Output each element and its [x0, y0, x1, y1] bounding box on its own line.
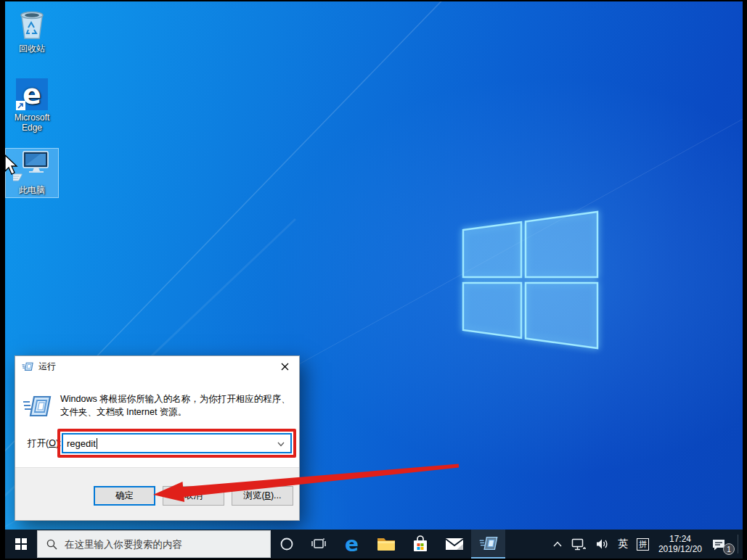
- taskbar-file-explorer-button[interactable]: [369, 530, 403, 559]
- dialog-title: 运行: [38, 361, 56, 373]
- run-icon: [22, 361, 33, 372]
- taskbar: e: [5, 530, 743, 559]
- tray-clock[interactable]: 17:24 2019/12/20: [653, 534, 707, 554]
- search-icon: [46, 539, 57, 550]
- run-app-icon: [479, 535, 498, 551]
- taskbar-edge-button[interactable]: e: [335, 530, 369, 559]
- ok-button[interactable]: 确定: [94, 486, 155, 506]
- desktop-icon-label: 此电脑: [6, 184, 58, 197]
- tray-time: 17:24: [658, 534, 702, 544]
- text-caret: [97, 438, 97, 449]
- open-field-label: 打开(O):: [28, 437, 62, 450]
- ime-pinyin-icon: 拼: [637, 538, 649, 551]
- close-icon: [281, 363, 289, 371]
- start-button[interactable]: [5, 530, 37, 559]
- cancel-button[interactable]: 取消: [163, 486, 224, 506]
- mail-icon: [445, 537, 464, 551]
- desktop-icon-label: Microsoft: [5, 112, 59, 123]
- run-dialog: 运行 Windows 将根据你所输入的名称，为你打开相应的程序、 文件夹、文档或…: [15, 355, 300, 521]
- run-command-combobox[interactable]: regedit: [62, 433, 292, 453]
- task-view-button[interactable]: [303, 530, 335, 559]
- chevron-up-icon: [552, 540, 563, 548]
- recycle-bin-icon: [5, 4, 59, 41]
- taskbar-search[interactable]: [37, 530, 271, 558]
- network-icon: [571, 538, 587, 551]
- dialog-message: Windows 将根据你所输入的名称，为你打开相应的程序、 文件夹、文档或 In…: [60, 392, 293, 419]
- windows-start-icon: [15, 538, 27, 550]
- desktop-icon-recycle-bin[interactable]: 回收站: [5, 4, 59, 55]
- desktop-icon-label: 回收站: [5, 43, 59, 55]
- mouse-cursor: [5, 154, 19, 177]
- browse-button[interactable]: 浏览(B)...: [232, 486, 293, 506]
- file-explorer-icon: [377, 536, 396, 552]
- taskbar-store-button[interactable]: [403, 530, 437, 559]
- cortana-icon: [279, 537, 294, 551]
- run-dialog-titlebar[interactable]: 运行: [15, 356, 299, 376]
- show-desktop-button[interactable]: [738, 530, 743, 559]
- run-dialog-body: Windows 将根据你所输入的名称，为你打开相应的程序、 文件夹、文档或 In…: [15, 376, 299, 469]
- speaker-icon: [595, 538, 609, 550]
- system-tray: 英 拼 17:24 2019/12/20 1: [548, 530, 743, 559]
- tray-ime-language[interactable]: 英: [613, 530, 632, 559]
- run-command-value: regedit: [67, 438, 96, 449]
- cortana-button[interactable]: [271, 530, 303, 559]
- tray-date: 2019/12/20: [658, 544, 702, 554]
- microsoft-store-icon: [412, 535, 429, 553]
- desktop-icon-microsoft-edge[interactable]: e Microsoft Edge: [5, 74, 59, 133]
- chevron-down-icon[interactable]: [277, 440, 285, 448]
- close-button[interactable]: [273, 358, 296, 375]
- tray-network[interactable]: [567, 530, 591, 559]
- tray-ime-mode[interactable]: 拼: [632, 530, 653, 559]
- action-center-button[interactable]: 1: [707, 530, 736, 559]
- tray-volume[interactable]: [591, 530, 613, 559]
- taskbar-run-app-button[interactable]: [471, 530, 505, 559]
- shortcut-arrow-icon: [16, 101, 25, 110]
- edge-desktop-icon: e: [5, 74, 59, 110]
- windows-logo: [463, 212, 597, 348]
- run-dialog-footer: 确定 取消 浏览(B)...: [15, 467, 299, 520]
- run-icon-large: [23, 394, 52, 419]
- desktop-screen: 回收站 e Microsoft Edge: [5, 1, 743, 559]
- search-input[interactable]: [65, 539, 246, 550]
- tray-show-hidden-icons[interactable]: [548, 530, 567, 559]
- notification-badge: 1: [723, 543, 735, 555]
- taskbar-mail-button[interactable]: [437, 530, 471, 559]
- edge-icon: e: [345, 532, 359, 556]
- task-view-icon: [311, 538, 326, 551]
- desktop-icon-label2: Edge: [5, 123, 59, 133]
- annotation-highlight-box: regedit: [57, 429, 296, 458]
